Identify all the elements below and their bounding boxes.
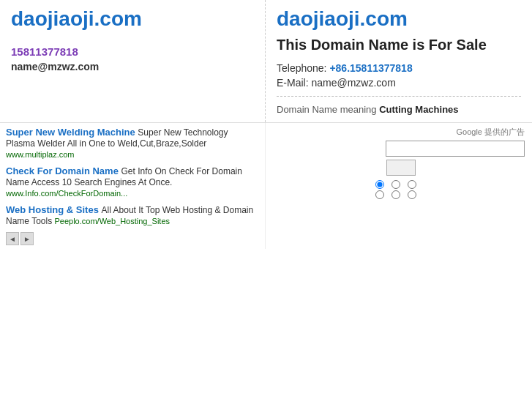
ad-link-3[interactable]: Web Hosting & Sites [6, 204, 99, 215]
right-phone: +86.15811377818 [329, 62, 412, 74]
search-button[interactable] [386, 160, 416, 176]
radio-option-6[interactable] [408, 190, 416, 199]
radio-option-1[interactable] [375, 180, 384, 189]
ad-link-1[interactable]: Super New Welding Machine [6, 127, 135, 138]
ads-panel: Super New Welding Machine Super New Tech… [0, 123, 266, 249]
left-panel: daojiaoji.com 15811377818 name@mzwz.com [0, 0, 266, 122]
radio-row-1 [375, 180, 416, 189]
radio-option-5[interactable] [391, 190, 400, 199]
radio-option-2[interactable] [391, 180, 400, 189]
ad-link-2[interactable]: Check For Domain Name [6, 165, 119, 176]
email-line: E-Mail: name@mzwz.com [277, 77, 521, 89]
right-panel: daojiaoji.com This Domain Name is For Sa… [266, 0, 532, 122]
telephone-line: Telephone: +86.15811377818 [277, 62, 521, 74]
left-phone: 15811377818 [11, 45, 254, 58]
bottom-section: Super New Welding Machine Super New Tech… [0, 122, 532, 249]
domain-meaning: Domain Name meaning Cutting Machines [277, 104, 521, 115]
meaning-label: Domain Name meaning [277, 104, 377, 115]
radio-row-2 [375, 190, 416, 199]
right-domain-title: daojiaoji.com [277, 7, 521, 31]
right-email: name@mzwz.com [311, 77, 395, 89]
nav-arrows: ◄ ► [6, 232, 259, 245]
search-panel: Google 提供的广告 [266, 123, 532, 249]
next-arrow[interactable]: ► [20, 232, 34, 245]
prev-arrow[interactable]: ◄ [6, 232, 19, 245]
meaning-value: Cutting Machines [379, 104, 458, 115]
telephone-label: Telephone: [277, 62, 327, 74]
ad-url-2: www.Info.com/CheckForDomain... [6, 189, 127, 198]
ad-url-1: www.multiplaz.com [6, 150, 75, 159]
ad-item-3: Web Hosting & Sites All About It Top Web… [6, 204, 259, 226]
email-label: E-Mail: [277, 77, 309, 89]
google-branding: Google 提供的广告 [456, 127, 525, 138]
left-email: name@mzwz.com [11, 61, 254, 72]
ad-item-1: Super New Welding Machine Super New Tech… [6, 127, 259, 160]
divider [277, 96, 521, 97]
left-domain-title: daojiaoji.com [11, 7, 254, 31]
radio-group [375, 180, 416, 199]
for-sale-heading: This Domain Name is For Sale [277, 37, 521, 53]
search-input[interactable] [386, 141, 525, 157]
radio-option-4[interactable] [375, 190, 384, 199]
ad-url-3: Peeplo.com/Web_Hosting_Sites [54, 217, 170, 225]
ad-item-2: Check For Domain Name Get Info On Check … [6, 165, 259, 198]
radio-option-3[interactable] [408, 180, 416, 189]
